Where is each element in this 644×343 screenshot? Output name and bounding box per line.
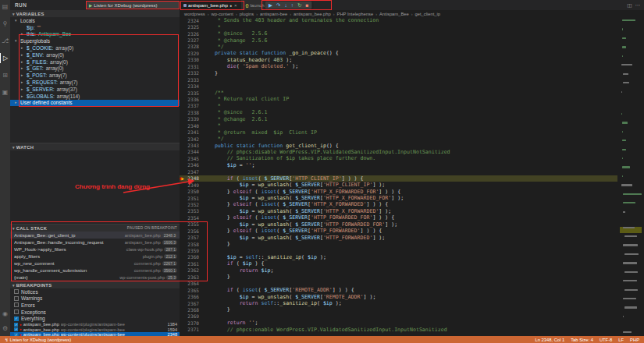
code-line[interactable]: 2355 $ip = wp_unslash( $_SERVER['HTTP_FO…	[180, 221, 617, 228]
code-line[interactable]: 2332 }	[180, 70, 617, 76]
code-line[interactable]: 2367 return self::_sanitize_ip( $ip );	[180, 300, 617, 306]
checkbox[interactable]	[14, 309, 19, 314]
breadcrumb-item-plugins[interactable]: plugins	[240, 12, 254, 16]
variable-row[interactable]: ▸$_GET:array(0)	[10, 65, 180, 72]
minimap[interactable]	[620, 17, 642, 336]
code-line[interactable]: 2325 *	[180, 23, 617, 30]
breakpoint-gutter[interactable]	[180, 136, 187, 142]
code-line[interactable]: 2338 * @since 2.6.1	[180, 109, 617, 115]
step-over-button[interactable]: ↷	[276, 2, 280, 9]
breakpoint-gutter[interactable]: ●▶	[180, 175, 187, 182]
call-stack-frame[interactable]: apply_filtersplugin.php212:1	[10, 253, 180, 260]
extensions-icon[interactable]: ⊞	[0, 70, 10, 80]
breakpoint-gutter[interactable]	[180, 281, 187, 287]
code-line[interactable]: 2350 } elseif ( isset( $_SERVER['HTTP_X_…	[180, 188, 617, 194]
breakpoint-gutter[interactable]	[180, 327, 187, 333]
breakpoint-gutter[interactable]	[180, 149, 187, 155]
breakpoint-gutter[interactable]	[180, 300, 187, 306]
encoding[interactable]: UTF-8	[600, 338, 612, 342]
breadcrumb-item-php-intelephense[interactable]: PHP Intelephense	[337, 12, 374, 16]
account-icon[interactable]: ◉	[0, 309, 10, 319]
breakpoint-gutter[interactable]	[180, 228, 187, 234]
code-line[interactable]: 2363 }	[180, 274, 617, 280]
code-line[interactable]: 2365 if ( isset( $_SERVER['REMOTE_ADDR']…	[180, 287, 617, 293]
breakpoint-gutter[interactable]	[180, 50, 187, 56]
code-line[interactable]: 2362 return $ip;	[180, 267, 617, 274]
breakpoint-gutter[interactable]	[180, 201, 187, 207]
breakpoint-gutter[interactable]	[180, 155, 187, 161]
breadcrumb-item-wp-content[interactable]: wp-content	[212, 12, 233, 16]
restart-button[interactable]: ↻	[297, 2, 301, 9]
breakpoint-gutter[interactable]	[180, 109, 187, 115]
eol[interactable]: LF	[618, 338, 624, 342]
breakpoint-gutter[interactable]	[180, 129, 187, 135]
code-line[interactable]: 2353 $ip = wp_unslash( $_SERVER['HTTP_X_…	[180, 208, 617, 214]
breakpoint-gutter[interactable]	[180, 30, 187, 37]
split-editor-icon[interactable]: ◫	[627, 2, 632, 9]
breadcrumb-item-antispam-bee[interactable]: Antispam_Bee	[379, 12, 409, 16]
indentation[interactable]: Tab Size: 4	[571, 338, 593, 342]
breakpoint-gutter[interactable]	[180, 44, 187, 50]
settings-gear-icon[interactable]: ⚙	[0, 324, 10, 334]
breakpoint-gutter[interactable]	[180, 247, 187, 253]
breakpoint-option-everything[interactable]: ✓Everything	[10, 315, 180, 322]
call-stack-section-header[interactable]: ▾ CALL STACK PAUSED ON BREAKPOINT	[10, 225, 180, 232]
breakpoint-gutter[interactable]	[180, 162, 187, 168]
step-out-button[interactable]: ↑	[291, 2, 294, 9]
code-line[interactable]: 2347	[180, 168, 617, 175]
breakpoint-entry[interactable]: ✓●antispam_bee.phpwp-content/plugins/ant…	[10, 327, 180, 332]
breakpoint-option-warnings[interactable]: Warnings	[10, 295, 180, 302]
code-line[interactable]: 2360 $ip = self::_sanitize_ip( $ip );	[180, 254, 617, 260]
breakpoint-gutter[interactable]	[180, 221, 187, 228]
call-stack-frame[interactable]: {main}wp-comments-post.php25:3	[10, 274, 180, 281]
breakpoint-gutter[interactable]	[180, 208, 187, 214]
code-line[interactable]: 2349 $ip = wp_unslash( $_SERVER['HTTP_CL…	[180, 182, 617, 188]
breakpoint-gutter[interactable]	[180, 168, 187, 175]
code-line[interactable]: ●▶2348 if ( isset( $_SERVER['HTTP_CLIENT…	[180, 175, 617, 182]
run-debug-icon[interactable]: ▷	[0, 53, 10, 63]
breakpoint-gutter[interactable]	[180, 306, 187, 313]
code-line[interactable]: 2337 *	[180, 103, 617, 109]
breakpoint-gutter[interactable]	[180, 214, 187, 221]
continue-button[interactable]: ▶	[269, 2, 272, 9]
debug-listen-status[interactable]: ↯ Listen for XDebug (wordpress)	[5, 338, 71, 342]
code-line[interactable]: 2339 * @change 2.6.1	[180, 116, 617, 122]
breakpoint-gutter[interactable]	[180, 195, 187, 201]
variable-row[interactable]: ▸$_POST:array(7)	[10, 72, 180, 79]
call-stack-frame[interactable]: Antispam_Bee::get_client_ipantispam_bee.…	[10, 232, 180, 239]
breakpoint-gutter[interactable]	[180, 76, 187, 83]
breakpoint-option-errors[interactable]: Errors	[10, 302, 180, 309]
breakpoint-gutter[interactable]	[180, 274, 187, 280]
breakpoint-gutter[interactable]	[180, 234, 187, 240]
breakpoint-gutter[interactable]	[180, 182, 187, 188]
code-line[interactable]: 2351 $ip = wp_unslash( $_SERVER['HTTP_X_…	[180, 195, 617, 201]
breakpoint-gutter[interactable]	[180, 17, 187, 23]
checkbox[interactable]: ✓	[14, 327, 18, 331]
start-debugging-icon[interactable]: ▶	[89, 3, 92, 8]
explorer-icon[interactable]: ▤	[0, 2, 10, 12]
code-line[interactable]: 2331 die( 'Spam deleted.' );	[180, 63, 617, 69]
breadcrumb-item-get-client-ip[interactable]: get_client_ip	[415, 12, 441, 16]
breadcrumb-item-antispam-bee-php[interactable]: antispam_bee.php	[294, 12, 331, 16]
breakpoints-section-header[interactable]: ▾ BREAKPOINTS	[10, 281, 180, 288]
breadcrumb-item-antispam-bee[interactable]: antispam-bee	[260, 12, 287, 16]
code-line[interactable]: 2357 $ip = wp_unslash( $_SERVER['HTTP_FO…	[180, 234, 617, 240]
code-line[interactable]: 2364	[180, 281, 617, 287]
breakpoint-gutter[interactable]	[180, 70, 187, 76]
code-line[interactable]: 2368 }	[180, 306, 617, 313]
code-line[interactable]: 2361 if ( $ip ) {	[180, 260, 617, 267]
cursor-position[interactable]: Ln 2348, Col 1	[535, 338, 564, 342]
step-into-button[interactable]: ↓	[284, 2, 286, 9]
call-stack-frame[interactable]: WP_Hook->apply_filtersclass-wp-hook.php2…	[10, 246, 180, 253]
checkbox[interactable]	[14, 302, 19, 307]
code-line[interactable]: 2334	[180, 83, 617, 89]
code-line[interactable]: 2343 public static function get_client_i…	[180, 142, 617, 148]
breadcrumb-item-wordpress[interactable]: wordpress	[184, 12, 205, 16]
watch-section-header[interactable]: ▾ WATCH	[10, 143, 180, 150]
variables-scope-user-defined-constants[interactable]: ▸User defined constants	[10, 100, 180, 107]
code-line[interactable]: 2335 /**	[180, 90, 617, 96]
checkbox[interactable]: ✓	[14, 323, 18, 327]
breakpoint-gutter[interactable]	[180, 63, 187, 69]
breakpoint-gutter[interactable]	[180, 287, 187, 293]
variable-row[interactable]: ▸this:Antispam_Bee	[10, 31, 180, 38]
